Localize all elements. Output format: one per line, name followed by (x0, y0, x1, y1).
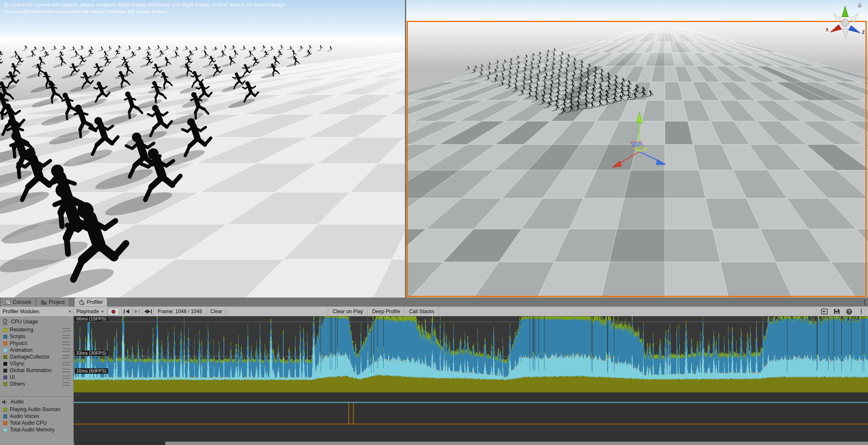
legend-color-chip (3, 362, 7, 366)
legend-color-chip (3, 355, 7, 359)
legend-drag-handle[interactable] (62, 328, 70, 331)
tab-profiler[interactable]: Q Profiler (75, 298, 107, 306)
tab-bar-menu-icon[interactable] (864, 299, 865, 305)
legend-label: Animation (10, 347, 32, 353)
cpu-legend: RenderingScriptsPhysicsAnimationGarbageC… (0, 326, 73, 387)
legend-color-chip (3, 408, 7, 412)
audio-chart[interactable] (74, 392, 868, 442)
speaker-icon (2, 399, 8, 405)
legend-item-physics[interactable]: Physics (0, 340, 73, 347)
legend-item-global-illumination[interactable]: Global Illumination (0, 367, 73, 374)
game-view-canvas (0, 0, 405, 298)
legend-label: Others (10, 381, 25, 387)
save-profile-button[interactable] (832, 307, 841, 316)
legend-color-chip (3, 375, 7, 379)
first-frame-button[interactable] (122, 307, 132, 317)
load-profile-button[interactable] (820, 307, 829, 316)
skip-forward-icon (144, 309, 152, 314)
legend-label: Total Audio Memory (10, 427, 54, 433)
step-forward-icon (134, 309, 140, 314)
game-overlay-hint: To control the camera with joystick, ple… (3, 1, 287, 15)
profiler-body: CPU CPU Usage RenderingScriptsPhysicsAni… (0, 316, 868, 442)
legend-label: Global Illumination (10, 367, 52, 373)
tab-project[interactable]: Project (37, 298, 69, 306)
lock-icon[interactable] (857, 3, 862, 8)
target-mode-label: Playmode (76, 309, 99, 314)
cpu-usage-chart[interactable]: 66ms (15FPS) 33ms (30FPS) 16ms (60FPS) (74, 316, 868, 392)
legend-drag-handle[interactable] (62, 362, 70, 365)
context-menu-button[interactable] (857, 307, 865, 316)
legend-drag-handle[interactable] (62, 342, 70, 345)
record-icon (112, 310, 115, 314)
clear-button[interactable]: Clear (207, 307, 226, 317)
legend-label: GarbageCollector (10, 354, 50, 360)
legend-color-chip (3, 369, 7, 373)
stopwatch-icon: Q (79, 300, 84, 305)
legend-item-garbagecollector[interactable]: GarbageCollector (0, 353, 73, 360)
legend-item-ui[interactable]: UI (0, 374, 73, 381)
scene-view-canvas (406, 0, 868, 298)
viewport-area: To control the camera with joystick, ple… (0, 0, 868, 298)
cpu-module-header[interactable]: CPU CPU Usage (0, 316, 73, 326)
legend-label: Playing Audio Sources (10, 406, 61, 412)
audio-module-title: Audio (11, 399, 24, 405)
deep-profile-toggle[interactable]: Deep Profile (367, 307, 404, 317)
legend-item-audio-voices[interactable]: Audio Voices (0, 413, 73, 420)
legend-drag-handle[interactable] (62, 355, 70, 359)
audio-module-header[interactable]: Audio (0, 397, 73, 406)
bottom-strip-chart-gap (74, 442, 165, 445)
gizmo-center[interactable] (841, 19, 849, 27)
legend-item-others[interactable]: Others (0, 381, 73, 387)
gizmo-y-axis[interactable] (842, 6, 848, 17)
tab-console-label: Console (13, 299, 31, 305)
legend-item-playing-audio-sources[interactable]: Playing Audio Sources (0, 406, 73, 413)
load-icon (821, 309, 828, 314)
profiler-modules-dropdown[interactable]: Profiler Modules ▾ (0, 307, 74, 317)
last-frame-button[interactable] (143, 307, 153, 317)
gizmo-x-axis[interactable] (830, 25, 842, 32)
legend-item-vsync[interactable]: VSync (0, 360, 73, 367)
legend-drag-handle[interactable] (62, 335, 70, 338)
legend-item-total-audio-memory[interactable]: Total Audio Memory (0, 426, 73, 433)
save-icon (834, 309, 840, 314)
legend-color-chip (3, 335, 7, 339)
legend-color-chip (3, 421, 7, 425)
legend-color-chip (3, 348, 7, 352)
legend-item-animation[interactable]: Animation (0, 347, 73, 353)
legend-drag-handle[interactable] (62, 348, 70, 352)
tab-console[interactable]: Console (1, 298, 36, 306)
frame-counter: Frame: 1046 / 1046 (154, 309, 207, 314)
svg-text:Q: Q (83, 303, 84, 305)
cpu-module-title: CPU Usage (11, 319, 38, 325)
clear-on-play-toggle[interactable]: Clear on Play (328, 307, 367, 317)
legend-drag-handle[interactable] (62, 375, 70, 379)
kebab-icon (860, 309, 862, 314)
toolbar-right-icons: ? (820, 307, 868, 316)
bottom-strip-divider (382, 442, 382, 445)
game-view-panel[interactable]: To control the camera with joystick, ple… (0, 0, 405, 298)
legend-item-scripts[interactable]: Scripts (0, 333, 73, 340)
legend-color-chip (3, 414, 7, 418)
svg-text:CPU: CPU (3, 323, 8, 325)
bottom-tab-bar: Console Project Q Profiler (0, 298, 868, 306)
legend-item-total-audio-cpu[interactable]: Total Audio CPU (0, 420, 73, 426)
record-button[interactable] (108, 308, 120, 316)
next-frame-button[interactable] (132, 307, 142, 317)
gizmo-z-axis[interactable] (848, 25, 860, 33)
gridline-label-33ms: 33ms (30FPS) (75, 350, 108, 356)
legend-item-rendering[interactable]: Rendering (0, 326, 73, 333)
legend-drag-handle[interactable] (62, 382, 70, 386)
gridline-label-66ms: 66ms (15FPS) (75, 316, 108, 322)
scene-view-panel[interactable]: Y X Z (406, 0, 868, 298)
legend-drag-handle[interactable] (62, 369, 70, 372)
target-mode-dropdown[interactable]: Playmode ▾ (74, 307, 106, 317)
cpu-icon: CPU (2, 318, 8, 325)
gizmo-x-label: X (826, 28, 829, 32)
bottom-strip (0, 442, 868, 445)
help-button[interactable]: ? (845, 307, 853, 316)
legend-label: Rendering (10, 327, 33, 333)
gizmo-z-label: Z (862, 30, 865, 35)
profiler-modules-sidebar: CPU CPU Usage RenderingScriptsPhysicsAni… (0, 316, 74, 442)
call-stacks-toggle[interactable]: Call Stacks (404, 307, 439, 317)
legend-label: UI (10, 374, 15, 380)
